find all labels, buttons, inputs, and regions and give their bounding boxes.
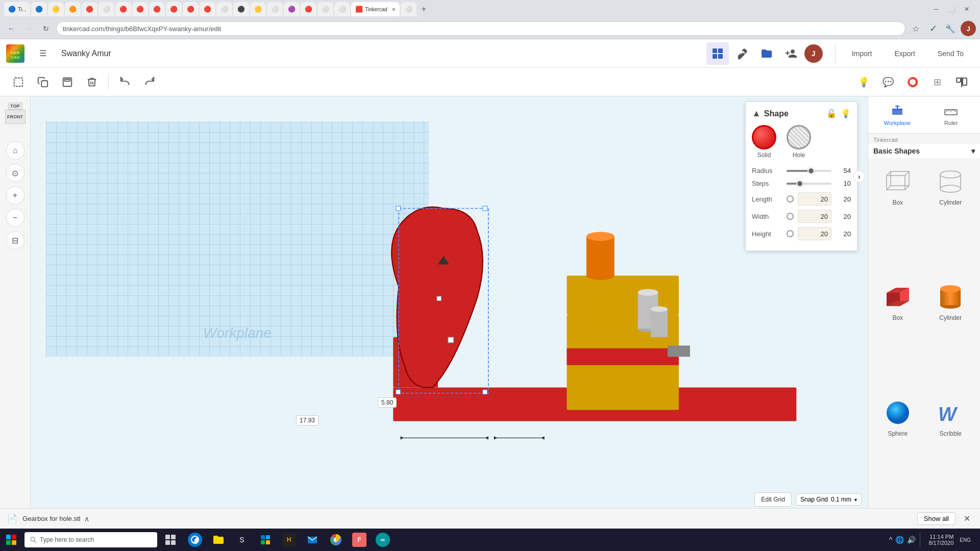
browser-tab-yt2[interactable]: 🔴: [132, 2, 148, 16]
browser-tab-15[interactable]: ⚪: [401, 2, 416, 16]
redo-button[interactable]: [139, 72, 160, 92]
maximize-button[interactable]: ⬜: [944, 2, 959, 16]
taskbar-explorer[interactable]: [207, 529, 230, 551]
shapes-category[interactable]: Basic Shapes ▾: [868, 144, 980, 158]
browser-tab-10[interactable]: ⚪: [267, 2, 283, 16]
forward-button[interactable]: →: [21, 21, 36, 36]
show-hidden-icons[interactable]: ^: [889, 536, 893, 544]
bulb-tool[interactable]: 💡: [853, 72, 874, 92]
start-button[interactable]: [0, 529, 22, 551]
browser-tab-13[interactable]: ⚪: [317, 2, 333, 16]
browser-tab-3[interactable]: 🟡: [48, 2, 64, 16]
zoom-out-button[interactable]: −: [6, 209, 24, 227]
show-all-button[interactable]: Show all: [917, 512, 955, 525]
shape-item-box-wire[interactable]: Box: [873, 163, 922, 274]
reload-button[interactable]: ↻: [39, 21, 53, 36]
taskbar-steam[interactable]: S: [231, 529, 253, 551]
taskbar-fritzing[interactable]: F: [348, 529, 371, 551]
fit-view-button[interactable]: ⊙: [6, 164, 24, 182]
browser-tab-yt5[interactable]: 🔴: [183, 2, 199, 16]
bookmark-button[interactable]: ☆: [909, 21, 923, 36]
lightbulb-icon[interactable]: 💡: [841, 109, 851, 118]
taskbar-edge[interactable]: [184, 529, 206, 551]
taskbar-mail[interactable]: [301, 529, 324, 551]
export-button[interactable]: Export: [884, 43, 925, 64]
shape-item-cylinder-wire[interactable]: Cylinder: [926, 163, 975, 274]
volume-icon[interactable]: 🔊: [907, 536, 916, 544]
view-cube[interactable]: TOP FRONT: [1, 103, 30, 133]
panel-scroll-right[interactable]: ›: [853, 170, 865, 183]
zoom-in-button[interactable]: +: [6, 186, 24, 205]
browser-tab-14[interactable]: ⚪: [334, 2, 350, 16]
category-dropdown-icon[interactable]: ▾: [971, 147, 975, 155]
view-front[interactable]: FRONT: [5, 110, 26, 124]
solid-circle[interactable]: [752, 125, 776, 149]
select-all-button[interactable]: [8, 72, 29, 92]
view-top[interactable]: TOP: [8, 103, 22, 110]
length-radio[interactable]: [787, 195, 794, 203]
align-tool[interactable]: [951, 72, 972, 92]
browser-tab-7[interactable]: ⚪: [216, 2, 232, 16]
browser-tab-tinkercad[interactable]: 🟥 Tinkercad ✕: [351, 2, 400, 16]
add-user-button[interactable]: [780, 42, 802, 65]
height-radio[interactable]: [787, 230, 794, 237]
taskbar-clock[interactable]: 11:14 PM 8/17/2020: [924, 534, 958, 546]
browser-tab-5[interactable]: ⚪: [99, 2, 114, 16]
user-avatar[interactable]: J: [804, 44, 823, 63]
browser-tab-12[interactable]: 🔴: [301, 2, 316, 16]
import-button[interactable]: Import: [842, 43, 883, 64]
address-input[interactable]: tinkercad.com/things/b6BfwcXqxPY-swanky-…: [56, 21, 905, 36]
delete-button[interactable]: [82, 72, 102, 92]
copy-button[interactable]: [33, 72, 53, 92]
download-chevron-icon[interactable]: ∧: [84, 515, 89, 523]
taskbar-arduino[interactable]: ∞: [372, 529, 394, 551]
width-input[interactable]: 20: [798, 210, 831, 223]
home-view-button[interactable]: ⌂: [6, 141, 24, 160]
width-radio[interactable]: [787, 213, 794, 220]
canvas-area[interactable]: Workplane: [31, 96, 868, 511]
ruler-sidebar-button[interactable]: Ruler: [926, 101, 976, 129]
hole-option[interactable]: Hole: [787, 125, 811, 159]
workplane-sidebar-button[interactable]: Workplane: [872, 101, 922, 129]
taskbar-search[interactable]: Type here to search: [24, 532, 157, 547]
show-desktop-button[interactable]: [973, 529, 976, 551]
new-tab-button[interactable]: +: [418, 2, 432, 16]
shape-item-box-red[interactable]: Box: [873, 279, 922, 390]
browser-tab-yt1[interactable]: 🔴: [115, 2, 131, 16]
radius-slider[interactable]: [787, 170, 831, 172]
send-to-button[interactable]: Send To: [927, 43, 974, 64]
paste-button[interactable]: [57, 72, 78, 92]
minimize-button[interactable]: ─: [929, 2, 943, 16]
grid-view-button[interactable]: [706, 42, 729, 65]
browser-tab-m[interactable]: 🔴: [82, 2, 97, 16]
browser-tab-8[interactable]: ⚫: [233, 2, 249, 16]
shape-item-cylinder-orange[interactable]: Cylinder: [926, 279, 975, 390]
browser-tab-yt4[interactable]: 🔴: [166, 2, 182, 16]
taskbar-hwinfo[interactable]: H: [278, 529, 300, 551]
browser-tab-1[interactable]: 🔵Ti...: [4, 2, 30, 16]
comment-tool[interactable]: 💬: [878, 72, 898, 92]
layers-button[interactable]: ⊟: [6, 231, 24, 249]
lock-icon[interactable]: 🔓: [826, 109, 837, 118]
tools-button[interactable]: [731, 42, 753, 65]
shape-item-sphere-blue[interactable]: Sphere: [873, 394, 922, 506]
steps-slider[interactable]: [787, 183, 831, 185]
undo-button[interactable]: [115, 72, 135, 92]
browser-tab-yt3[interactable]: 🔴: [149, 2, 165, 16]
shape-item-scribble[interactable]: W Scribble: [926, 394, 975, 506]
folder-button[interactable]: [755, 42, 778, 65]
browser-tab-11[interactable]: 🟣: [284, 2, 300, 16]
snap-grid-dropdown[interactable]: ▾: [854, 497, 857, 503]
browser-tab-amazon[interactable]: 🟠: [65, 2, 81, 16]
menu-button[interactable]: ☰: [33, 43, 53, 64]
taskbar-chrome[interactable]: [325, 529, 347, 551]
edit-grid-button[interactable]: Edit Grid: [754, 492, 792, 507]
download-close-button[interactable]: ✕: [960, 512, 974, 526]
solid-option[interactable]: Solid: [752, 125, 776, 159]
circle-tool[interactable]: ⭕: [902, 72, 923, 92]
back-button[interactable]: ←: [4, 21, 18, 36]
close-button[interactable]: ✕: [960, 2, 974, 16]
task-view-button[interactable]: [159, 529, 182, 551]
length-input[interactable]: 20: [798, 192, 831, 206]
profile-avatar[interactable]: J: [961, 21, 976, 36]
